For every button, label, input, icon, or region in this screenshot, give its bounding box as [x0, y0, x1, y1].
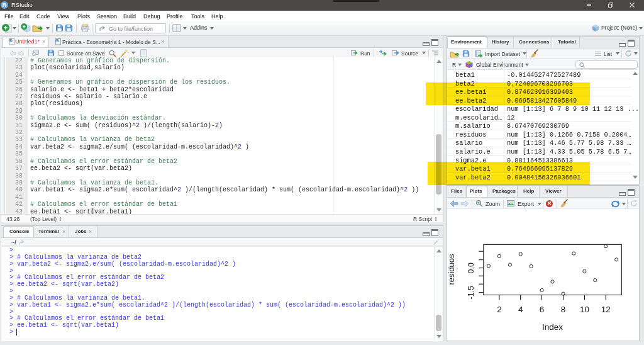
svg-text:10: 10 [580, 305, 589, 314]
svg-text:-1.5: -1.5 [467, 286, 475, 300]
svg-text:residuos: residuos [447, 254, 456, 285]
svg-text:4: 4 [518, 305, 523, 314]
svg-text:Index: Index [542, 322, 563, 332]
svg-text:R: R [9, 39, 12, 43]
svg-text:8: 8 [561, 305, 566, 314]
svg-text:6: 6 [540, 305, 545, 314]
svg-text:2: 2 [497, 305, 502, 314]
svg-text:R: R [56, 39, 58, 43]
svg-text:0.0: 0.0 [467, 263, 475, 273]
svg-text:12: 12 [601, 305, 611, 314]
